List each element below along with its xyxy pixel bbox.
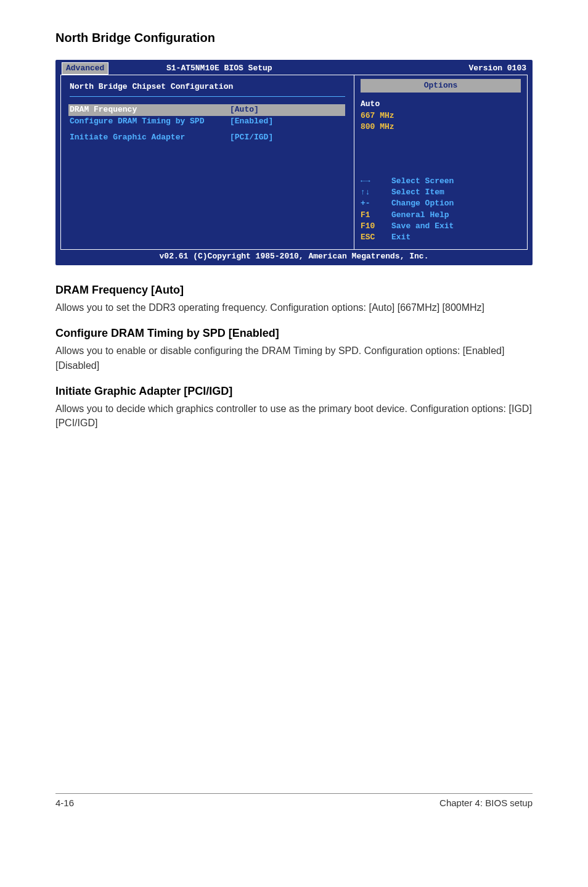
setting-label: Configure DRAM Timing by SPD	[70, 116, 230, 127]
bios-left-panel: North Bridge Chipset Configuration DRAM …	[60, 75, 354, 250]
setting-value: [PCI/IGD]	[230, 132, 273, 143]
setting-value: [Auto]	[230, 104, 259, 115]
section-body: Allows you to set the DDR3 operating fre…	[55, 300, 533, 315]
help-key: F10	[361, 221, 391, 232]
help-key: ESC	[361, 232, 391, 243]
bios-setup-title: S1-AT5NM10E BIOS Setup	[166, 63, 422, 74]
setting-row-dram-timing[interactable]: Configure DRAM Timing by SPD [Enabled]	[70, 116, 345, 127]
help-key: +-	[361, 198, 391, 209]
section-heading: Initiate Graphic Adapter [PCI/IGD]	[55, 385, 533, 398]
setting-row-dram-frequency[interactable]: DRAM Frequency [Auto]	[68, 104, 345, 115]
bios-version: Version 0103	[422, 63, 526, 74]
setting-label: Initiate Graphic Adapter	[70, 132, 230, 143]
help-key: ←→	[361, 176, 391, 187]
option-item[interactable]: 800 MHz	[361, 122, 521, 133]
help-text: General Help	[391, 210, 449, 221]
section-body: Allows you to enable or disable configur…	[55, 344, 533, 372]
section-body: Allows you to decide which graphics cont…	[55, 402, 533, 430]
help-text: Save and Exit	[391, 221, 454, 232]
help-block: ←→Select Screen ↑↓Select Item +-Change O…	[361, 176, 521, 243]
page-number: 4-16	[55, 798, 74, 808]
setting-row-graphic-adapter[interactable]: Initiate Graphic Adapter [PCI/IGD]	[70, 132, 345, 143]
help-text: Exit	[391, 232, 410, 243]
page-title: North Bridge Configuration	[55, 31, 533, 45]
bios-right-panel: Options Auto 667 MHz 800 MHz ←→Select Sc…	[354, 75, 528, 250]
option-item[interactable]: Auto	[361, 99, 521, 110]
bios-footer: v02.61 (C)Copyright 1985-2010, American …	[57, 251, 531, 264]
chapter-label: Chapter 4: BIOS setup	[439, 798, 533, 808]
setting-label: DRAM Frequency	[70, 104, 230, 115]
help-text: Select Item	[391, 187, 444, 198]
options-title: Options	[361, 79, 521, 93]
bios-window: Advanced S1-AT5NM10E BIOS Setup Version …	[55, 60, 533, 265]
setting-value: [Enabled]	[230, 116, 273, 127]
help-text: Change Option	[391, 198, 454, 209]
divider	[70, 96, 345, 97]
option-item[interactable]: 667 MHz	[361, 110, 521, 122]
help-key: ↑↓	[361, 187, 391, 198]
help-text: Select Screen	[391, 176, 454, 187]
help-key: F1	[361, 210, 391, 221]
section-heading: Configure DRAM Timing by SPD [Enabled]	[55, 327, 533, 340]
section-heading: DRAM Frequency [Auto]	[55, 284, 533, 297]
page-footer: 4-16 Chapter 4: BIOS setup	[55, 793, 533, 808]
bios-panel-title: North Bridge Chipset Configuration	[70, 81, 345, 93]
bios-tab-advanced[interactable]: Advanced	[62, 62, 108, 75]
